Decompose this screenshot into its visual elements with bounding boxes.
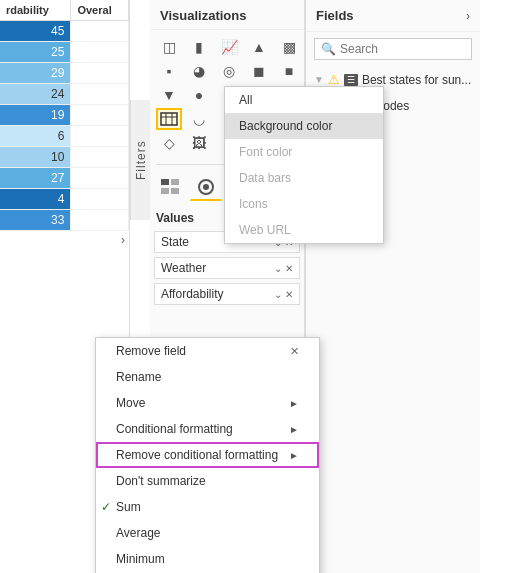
viz-icon-table[interactable] <box>156 108 182 130</box>
table-row: 27 <box>0 168 129 189</box>
arrow-right-icon-2: ► <box>289 424 299 435</box>
col2-header: Overal <box>71 0 129 20</box>
viz-icon-map[interactable]: ■ <box>276 60 302 82</box>
svg-rect-6 <box>161 188 169 194</box>
svg-point-9 <box>203 184 209 190</box>
table-cell <box>71 63 129 83</box>
table-cell <box>71 105 129 125</box>
viz-icon-column[interactable]: ▮ <box>186 36 212 58</box>
col1-header: rdability <box>0 0 71 20</box>
viz-icon-treemap[interactable]: ◼ <box>246 60 272 82</box>
field-affordability-icons: ⌄ ✕ <box>274 289 293 300</box>
fields-expand-icon[interactable]: › <box>466 9 470 23</box>
table-cell <box>71 147 129 167</box>
viz-icon-gauge[interactable]: ● <box>186 84 212 106</box>
table-cell: 45 <box>0 21 71 41</box>
table-icon: ☰ <box>344 74 358 86</box>
scroll-right[interactable]: › <box>0 231 129 249</box>
context-menu-cond-format[interactable]: Conditional formatting ► <box>96 416 319 442</box>
context-menu-remove-cond-format[interactable]: Remove conditional formatting ► <box>96 442 319 468</box>
submenu-web-url[interactable]: Web URL <box>225 217 383 243</box>
table-row: 24 <box>0 84 129 105</box>
average-label: Average <box>116 526 160 540</box>
table-cell: 29 <box>0 63 71 83</box>
table-cell <box>71 126 129 146</box>
context-menu-average[interactable]: Average <box>96 520 319 546</box>
table-cell: 25 <box>0 42 71 62</box>
viz-icon-image[interactable]: 🖼 <box>186 132 212 154</box>
viz-icon-scatter[interactable]: ▪ <box>156 60 182 82</box>
viz-icon-shape[interactable]: ◇ <box>156 132 182 154</box>
rename-label: Rename <box>116 370 161 384</box>
table-cell <box>71 84 129 104</box>
submenu-font-color[interactable]: Font color <box>225 139 383 165</box>
table-row: 10 <box>0 147 129 168</box>
viz-icon-funnel[interactable]: ▼ <box>156 84 182 106</box>
context-menu-minimum[interactable]: Minimum <box>96 546 319 572</box>
table-cell <box>71 21 129 41</box>
table-row: 19 <box>0 105 129 126</box>
chevron-down-icon: ▼ <box>314 74 324 85</box>
remove-cond-format-label: Remove conditional formatting <box>116 448 278 462</box>
build-fields-icon[interactable] <box>154 173 186 201</box>
table-row: 45 <box>0 21 129 42</box>
context-menu-sum[interactable]: ✓ Sum <box>96 494 319 520</box>
arrow-right-icon: ► <box>289 398 299 409</box>
field-item-weather[interactable]: Weather ⌄ ✕ <box>154 257 300 279</box>
table-cell: 4 <box>0 189 71 209</box>
submenu-data-bars[interactable]: Data bars <box>225 165 383 191</box>
table-cell: 10 <box>0 147 71 167</box>
viz-icon-bar[interactable]: ◫ <box>156 36 182 58</box>
search-box[interactable]: 🔍 <box>314 38 472 60</box>
fields-header: Fields › <box>306 0 480 32</box>
table-row: 29 <box>0 63 129 84</box>
context-menu-move[interactable]: Move ► <box>96 390 319 416</box>
svg-rect-0 <box>161 113 177 125</box>
table-cell: 6 <box>0 126 71 146</box>
viz-icon-ribbon[interactable]: ▩ <box>276 36 302 58</box>
cond-format-label: Conditional formatting <box>116 422 233 436</box>
table-cell <box>71 168 129 188</box>
close-icon: ✕ <box>290 345 299 358</box>
context-menu-remove-field[interactable]: Remove field ✕ <box>96 338 319 364</box>
remove-field-label: Remove field <box>116 344 186 358</box>
submenu-all[interactable]: All <box>225 87 383 113</box>
viz-icon-matrix[interactable]: ◡ <box>186 108 212 130</box>
filters-tab[interactable]: Filters <box>130 100 150 220</box>
field-affordability-label: Affordability <box>161 287 274 301</box>
context-menu: Remove field ✕ Rename Move ► Conditional… <box>95 337 320 573</box>
arrow-right-icon-3: ► <box>289 450 299 461</box>
minimum-label: Minimum <box>116 552 165 566</box>
fields-title: Fields <box>316 8 354 23</box>
field-item-affordability[interactable]: Affordability ⌄ ✕ <box>154 283 300 305</box>
svg-rect-7 <box>171 188 179 194</box>
table-cell: 33 <box>0 210 71 230</box>
field-weather-label: Weather <box>161 261 274 275</box>
viz-icon-area[interactable]: ▲ <box>246 36 272 58</box>
svg-rect-4 <box>161 179 169 185</box>
table-row: 25 <box>0 42 129 63</box>
table-cell: 27 <box>0 168 71 188</box>
table-cell <box>71 42 129 62</box>
context-menu-rename[interactable]: Rename <box>96 364 319 390</box>
table-row: 33 <box>0 210 129 231</box>
sum-label: Sum <box>116 500 141 514</box>
viz-panel-title: Visualizations <box>150 0 304 30</box>
submenu: All Background color Font color Data bar… <box>224 86 384 244</box>
table-cell: 19 <box>0 105 71 125</box>
submenu-icons[interactable]: Icons <box>225 191 383 217</box>
search-input[interactable] <box>340 42 465 56</box>
viz-icon-pie[interactable]: ◕ <box>186 60 212 82</box>
build-format-icon[interactable] <box>190 173 222 201</box>
context-menu-dont-summarize[interactable]: Don't summarize <box>96 468 319 494</box>
search-icon: 🔍 <box>321 42 336 56</box>
field-weather-icons: ⌄ ✕ <box>274 263 293 274</box>
table-cell <box>71 189 129 209</box>
move-label: Move <box>116 396 145 410</box>
submenu-background-color[interactable]: Background color <box>225 113 383 139</box>
table-cell: 24 <box>0 84 71 104</box>
viz-icon-donut[interactable]: ◎ <box>216 60 242 82</box>
viz-icon-line[interactable]: 📈 <box>216 36 242 58</box>
check-icon: ✓ <box>101 500 111 514</box>
svg-rect-5 <box>171 179 179 185</box>
